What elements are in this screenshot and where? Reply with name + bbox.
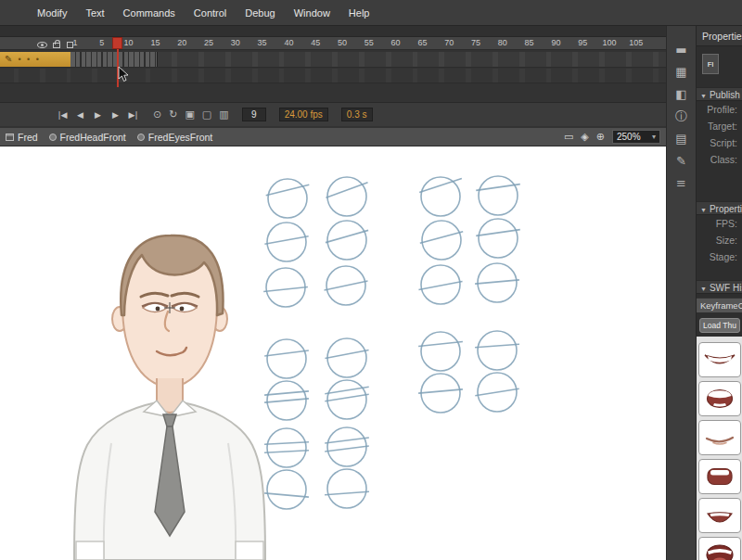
menu-item-text[interactable]: Text (76, 0, 113, 26)
symbol-icon (137, 134, 145, 141)
ruler-tick: 45 (311, 38, 320, 47)
current-frame-field[interactable]: 9 (242, 108, 266, 121)
character-pupil-left (156, 307, 160, 312)
menu-item-debug[interactable]: Debug (236, 0, 284, 26)
ruler-tick: 85 (525, 38, 534, 47)
go-to-last-frame-icon[interactable]: ▶| (126, 110, 140, 120)
play-icon[interactable]: ▶ (91, 110, 105, 120)
ruler-tick: 15 (150, 38, 160, 47)
mouth-thumbnail-open-square[interactable] (698, 459, 741, 494)
prop-label-script: Script: (697, 134, 742, 151)
prop-label-size: Size: (697, 232, 742, 248)
menu-item-window[interactable]: Window (285, 0, 339, 26)
section-header-properties[interactable]: ▼Properties (697, 201, 742, 215)
mouth-thumbnail-closed-smile[interactable] (698, 420, 741, 455)
load-thumbnails-button[interactable]: Load Thu (699, 318, 740, 333)
eye-icon[interactable] (37, 42, 47, 48)
timeline-controls: |◀◀▶▶▶| ⊙↻▣▢▥ 9 24.00 fps 0.3 s (0, 102, 666, 126)
mouth-thumbnail-half-open[interactable] (698, 498, 741, 533)
symbol-icon (49, 134, 57, 141)
center-stage-icon[interactable]: ⊕ (596, 131, 605, 143)
info-panel-icon[interactable]: ⓘ (671, 109, 693, 123)
edit-bar-icons: ▭◈⊕ (564, 131, 605, 143)
empty-track[interactable] (0, 69, 666, 83)
prop-label-target: Target: (697, 118, 742, 134)
edit-multiple-frames-icon[interactable]: ▥ (219, 108, 228, 121)
flash-application-window: ModifyTextCommandsControlDebugWindowHelp… (0, 0, 742, 560)
step-forward-icon[interactable]: ▶ (109, 110, 122, 120)
ruler-tick: 1 (72, 38, 77, 47)
edit-bar-right: ▭◈⊕ 250% ▾ (564, 130, 660, 144)
ruler-tick: 80 (498, 38, 507, 47)
mouth-thumbnail-open-teeth[interactable] (698, 381, 741, 416)
section-header-publish[interactable]: ▼Publish (697, 87, 742, 101)
section-title: Publish (710, 90, 740, 100)
props-sections: ▼PublishProfile:Target:Script:Class:▼Pro… (697, 87, 742, 294)
tab-properties[interactable]: Properties (697, 26, 742, 46)
menu-item-commands[interactable]: Commands (114, 0, 185, 26)
ruler-tick: 5 (99, 38, 104, 47)
outline-icon[interactable] (67, 42, 73, 48)
ruler-tick: 20 (177, 38, 186, 47)
edit-scene-icon[interactable]: ▭ (564, 131, 573, 143)
layer-status-dots: • • • (18, 55, 40, 64)
breadcrumb-item-fredeyesfront[interactable]: FredEyesFront (137, 132, 212, 143)
menu-item-control[interactable]: Control (185, 0, 236, 26)
prop-label-class: Class: (697, 151, 742, 168)
breadcrumb: FredFredHeadFrontFredEyesFront (6, 132, 212, 143)
elapsed-time-field[interactable]: 0.3 s (341, 108, 373, 121)
timeline-ruler[interactable]: 1510152025303540455055606570758085909510… (0, 37, 666, 50)
panel-icon-strip: ▬▦◧ⓘ▤✎≡ (666, 26, 696, 560)
pencil-icon: ✎ (5, 55, 12, 64)
align-panel-icon[interactable]: ▦ (671, 65, 693, 79)
shirt-cuff-left (76, 541, 104, 560)
character-pupil-right (180, 307, 185, 312)
layer-track[interactable]: ✎ • • • (0, 52, 666, 68)
section-header-swf-histo[interactable]: ▼SWF Histo (697, 280, 742, 294)
frame-rate-field[interactable]: 24.00 fps (279, 108, 328, 121)
document-icon: Fl (702, 54, 719, 74)
playhead-marker[interactable] (112, 37, 122, 49)
breadcrumb-item-fredheadfront[interactable]: FredHeadFront (49, 132, 126, 143)
loop-icon[interactable]: ↻ (169, 108, 177, 121)
mouth-shape-grin-teeth (701, 346, 738, 374)
stage-canvas[interactable] (0, 146, 666, 560)
ruler-tick: 55 (365, 38, 374, 47)
lock-icon[interactable] (53, 43, 60, 48)
mouth-thumbnails-list (697, 337, 742, 560)
edit-bar: FredFredHeadFrontFredEyesFront ▭◈⊕ 250% … (0, 128, 666, 146)
ruler-tick: 95 (578, 38, 587, 47)
keyframes-block[interactable] (70, 52, 158, 67)
go-to-first-frame-icon[interactable]: |◀ (56, 110, 70, 120)
timeline-chrome (0, 26, 666, 37)
menu-item-help[interactable]: Help (339, 0, 379, 26)
breadcrumb-item-fred[interactable]: Fred (6, 132, 38, 143)
ruler-tick: 50 (338, 38, 347, 47)
step-back-icon[interactable]: ◀ (73, 110, 87, 120)
panel-menu-icon[interactable]: ≡ (671, 176, 693, 190)
ruler-tick: 25 (204, 38, 213, 47)
active-layer-bar[interactable]: ✎ • • • (0, 52, 70, 67)
tab-keyframecaddy[interactable]: KeyframeCadd (697, 298, 742, 312)
ruler-tick: 70 (444, 38, 454, 47)
menu-item-modify[interactable]: Modify (28, 0, 76, 26)
character-illustration[interactable] (45, 211, 295, 560)
motion-editor-panel-icon[interactable]: ▬ (671, 43, 693, 57)
mouth-thumbnail-open-wide[interactable] (698, 537, 741, 560)
mouse-cursor-icon (118, 67, 131, 83)
brush-panel-icon[interactable]: ✎ (671, 154, 693, 168)
triangle-down-icon: ▼ (700, 93, 707, 99)
mouth-thumbnail-grin-teeth[interactable] (698, 342, 741, 377)
ruler-tick: 105 (629, 38, 643, 47)
timeline-panel: 1510152025303540455055606570758085909510… (0, 26, 666, 128)
breadcrumb-label: Fred (18, 132, 38, 143)
center-frame-icon[interactable]: ⊙ (153, 108, 161, 121)
scene-icon (6, 134, 14, 141)
onion-skin-icon[interactable]: ▣ (185, 108, 194, 121)
library-panel-icon[interactable]: ▤ (671, 132, 693, 146)
zoom-select[interactable]: 250% ▾ (612, 130, 660, 144)
ruler-tick: 60 (391, 38, 401, 47)
edit-symbol-icon[interactable]: ◈ (581, 131, 588, 143)
onion-skin-outlines-icon[interactable]: ▢ (202, 108, 211, 121)
color-panel-icon[interactable]: ◧ (671, 87, 693, 101)
